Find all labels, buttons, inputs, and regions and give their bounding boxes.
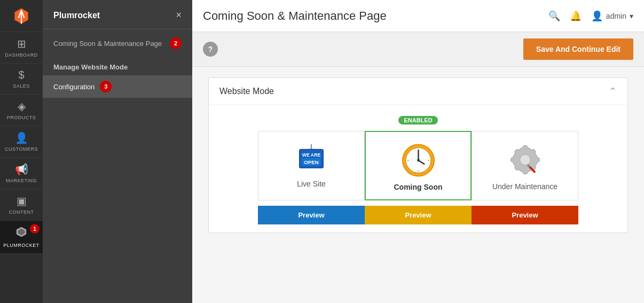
svg-point-17 [520,154,530,165]
bell-icon[interactable]: 🔔 [570,10,582,22]
sidebar-item-content[interactable]: ▣ CONTENT [0,189,43,221]
main-content: Coming Soon & Maintenance Page 🔍 🔔 👤 adm… [192,0,644,303]
plumrocket-icon [15,226,27,240]
admin-label: admin [606,12,626,20]
products-icon: ◈ [18,100,26,113]
sidebar-item-configuration[interactable]: Configuration 3 [43,75,192,98]
nav-customers-label: CUSTOMERS [5,146,38,152]
sidebar-panel: Plumrocket × Coming Soon & Maintenance P… [43,0,192,303]
nav-bar: ⊞ DASHBOARD $ SALES ◈ PRODUCTS 👤 CUSTOME… [0,0,43,303]
nav-dashboard-label: DASHBOARD [5,52,38,58]
nav-products-label: PRODUCTS [7,115,36,120]
coming-soon-icon [401,143,436,177]
save-and-continue-button[interactable]: Save And Continue Edit [523,38,633,60]
coming-soon-label: Coming Soon [394,183,443,191]
help-icon[interactable]: ? [203,42,218,57]
svg-point-12 [417,159,420,161]
sidebar-item-plumrocket[interactable]: PLUMROCKET 1 [0,221,43,254]
website-mode-section: Website Mode ⌃ Enabled [208,77,628,233]
sales-icon: $ [18,69,24,81]
nav-content-label: CONTENT [9,209,34,215]
content-icon: ▣ [17,195,27,207]
admin-dropdown-icon: ▾ [630,12,633,20]
sidebar-item-sales[interactable]: $ SALES [0,64,43,95]
live-site-icon: WE ARE OPEN [295,142,327,174]
collapse-icon: ⌃ [609,86,617,97]
mode-cards: WE ARE OPEN Live Site [225,131,611,200]
admin-avatar-icon: 👤 [591,10,603,22]
mode-card-live-site[interactable]: WE ARE OPEN Live Site [258,131,365,200]
preview-maintenance-button[interactable]: Preview [472,206,578,224]
action-bar: ? Save And Continue Edit [192,32,644,67]
section-header[interactable]: Website Mode ⌃ [209,78,627,105]
sidebar-section-title: Manage Website Mode [43,59,192,75]
configuration-badge: 3 [100,81,112,92]
sidebar-close-button[interactable]: × [176,10,182,21]
sidebar-title: Plumrocket [53,11,100,20]
mode-card-under-maintenance[interactable]: Under Maintenance [472,131,578,200]
content-body: Website Mode ⌃ Enabled [192,67,644,244]
search-icon[interactable]: 🔍 [548,10,560,22]
nav-plumrocket-label: PLUMROCKET [3,243,40,248]
preview-live-site-button[interactable]: Preview [258,206,365,224]
live-site-label: Live Site [297,180,326,188]
maintenance-icon [508,142,543,177]
mode-cards-wrapper: Enabled [209,105,627,232]
header-right: 🔍 🔔 👤 admin ▾ [548,10,633,22]
sidebar-item-products[interactable]: ◈ PRODUCTS [0,95,43,126]
nav-sales-label: SALES [13,83,30,89]
sidebar-header: Plumrocket × [43,0,192,29]
mode-card-coming-soon[interactable]: Coming Soon [365,131,472,200]
submenu-badge-2: 2 [170,37,182,49]
preview-buttons: Preview Preview Preview [225,206,611,224]
marketing-icon: 📢 [15,163,28,176]
page-title: Coming Soon & Maintenance Page [203,9,387,23]
sidebar-item-customers[interactable]: 👤 CUSTOMERS [0,126,43,158]
preview-coming-soon-button[interactable]: Preview [365,206,472,224]
enabled-badge: Enabled [398,116,437,125]
section-title: Website Mode [219,87,274,96]
submenu-title-text: Coming Soon & Maintenance Page [53,40,164,48]
svg-text:OPEN: OPEN [304,159,318,165]
configuration-label: Configuration [53,83,95,91]
top-header: Coming Soon & Maintenance Page 🔍 🔔 👤 adm… [192,0,644,32]
maintenance-label: Under Maintenance [492,182,557,191]
dashboard-icon: ⊞ [17,37,26,50]
enabled-badge-row: Enabled [258,116,578,129]
sidebar-submenu-header: Coming Soon & Maintenance Page 2 [43,29,192,53]
magento-logo-icon [12,6,31,26]
sidebar-item-dashboard[interactable]: ⊞ DASHBOARD [0,32,43,64]
customers-icon: 👤 [15,131,28,144]
sidebar-item-marketing[interactable]: 📢 MARKETING [0,158,43,189]
svg-text:WE ARE: WE ARE [302,152,321,158]
admin-menu[interactable]: 👤 admin ▾ [591,10,633,22]
nav-logo [0,0,43,32]
maintenance-page-title: Coming Soon & Maintenance Page [203,9,387,22]
nav-marketing-label: MARKETING [6,178,37,183]
plumrocket-badge: 1 [30,224,40,234]
